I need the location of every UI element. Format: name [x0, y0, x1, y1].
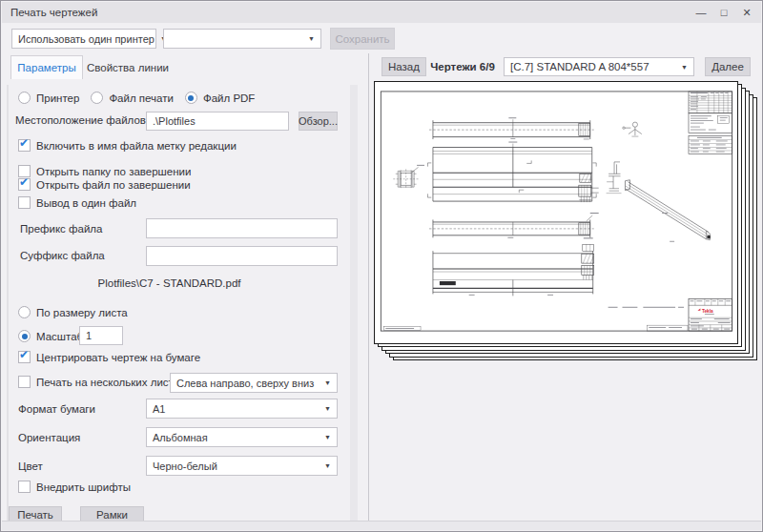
tekla-logo: Tekla	[697, 309, 713, 315]
window-title: Печать чертежей	[10, 7, 97, 18]
orientation-label: Ориентация	[18, 432, 80, 443]
end-plate-section	[393, 167, 419, 189]
chevron-down-icon: ▼	[308, 35, 315, 42]
checkbox-box	[18, 481, 31, 493]
bracket-section	[607, 162, 622, 194]
title-bar: Печать чертежей	[2, 2, 761, 23]
drawings-counter: Чертежи 6/9	[432, 57, 493, 76]
radio-pdf-file[interactable]: Файл PDF	[185, 92, 255, 104]
file-prefix-input[interactable]	[146, 218, 338, 238]
erection-mark-symbol	[623, 122, 642, 136]
status-strip	[2, 521, 761, 530]
beam-section-row	[429, 215, 594, 237]
tab-line-properties[interactable]: Свойства линии	[83, 55, 173, 79]
file-suffix-label: Суффикс файла	[20, 250, 105, 261]
bottom-left-strip	[383, 327, 421, 331]
checkbox-open-folder[interactable]: Открыть папку по завершении	[18, 165, 191, 177]
isometric-view	[625, 180, 710, 240]
check-icon: ✔	[19, 176, 29, 189]
checkbox-box	[18, 196, 31, 209]
svg-text:Tekla: Tekla	[702, 309, 713, 314]
check-icon: ✔	[19, 137, 29, 150]
table-text	[691, 92, 728, 153]
color-select[interactable]: Черно-белый ▼	[146, 456, 338, 476]
radio-circle	[91, 92, 103, 104]
checkbox-box: ✔	[18, 351, 31, 363]
preset-combobox[interactable]: ▼	[163, 29, 321, 49]
maximize-button[interactable]: □	[714, 7, 733, 18]
file-location-input[interactable]: .\Plotfiles	[146, 112, 289, 131]
dialog-window: Печать чертежей — □ ✕ Использовать один …	[0, 0, 763, 532]
next-button[interactable]: Далее	[705, 57, 751, 76]
orientation-select[interactable]: Альбомная ▼	[146, 427, 338, 447]
drawing-select-value: [C.7] STANDARD A 804*557	[510, 61, 650, 72]
radio-fit-to-paper[interactable]: По размеру листа	[18, 306, 128, 318]
drawing-preview: Tekla	[374, 81, 738, 344]
scale-input[interactable]: 1	[79, 326, 123, 345]
save-button[interactable]: Сохранить	[330, 28, 395, 50]
printer-mode-dropdown[interactable]: Использовать один принтер ▼	[11, 29, 156, 49]
back-button[interactable]: Назад	[382, 57, 426, 76]
left-gutter	[7, 85, 9, 521]
check-icon: ✔	[19, 349, 29, 361]
filename-preview: Plotfiles\C7 - STANDARD.pdf	[1, 277, 338, 289]
radio-circle	[18, 330, 31, 342]
beam-top-view	[429, 119, 594, 139]
browse-button[interactable]: Обзор...	[299, 112, 338, 131]
chevron-down-icon: ▼	[324, 434, 331, 440]
printer-mode-value: Использовать один принтер	[18, 33, 155, 45]
checkbox-center-drawing[interactable]: ✔ Центрировать чертеж на бумаге	[18, 351, 200, 363]
radio-dot	[188, 95, 194, 101]
checkbox-box: ✔	[18, 178, 31, 191]
radio-circle	[18, 92, 31, 104]
panel-splitter[interactable]	[368, 53, 369, 523]
bottom-strip	[647, 325, 688, 331]
file-prefix-label: Префикс файла	[20, 223, 102, 235]
radio-scale[interactable]: Масштаб	[18, 330, 83, 342]
checkbox-include-revision-mark[interactable]: ✔ Включить в имя файла метку редакции	[18, 139, 237, 152]
checkbox-box	[18, 376, 31, 388]
beam-bottom-view	[433, 244, 594, 296]
chevron-down-icon: ▼	[324, 462, 331, 469]
radio-printer[interactable]: Принтер	[18, 92, 79, 104]
radio-circle	[185, 92, 197, 104]
minimize-button[interactable]: —	[691, 7, 711, 18]
chevron-down-icon: ▼	[681, 64, 688, 71]
chevron-down-icon: ▼	[324, 405, 331, 412]
file-location-label: Местоположение файлов	[15, 114, 146, 126]
bottom-annotation	[608, 307, 684, 308]
beam-front-view	[427, 144, 598, 203]
chevron-down-icon: ▼	[324, 379, 331, 386]
checkbox-multiple-sheets[interactable]: Печать на нескольких листах	[18, 376, 185, 388]
sheet-order-select[interactable]: Слева направо, сверху вниз ▼	[170, 373, 338, 393]
radio-dot	[22, 334, 28, 339]
radio-print-file[interactable]: Файл печати	[91, 92, 174, 104]
close-button[interactable]: ✕	[737, 7, 756, 19]
drawing-select[interactable]: [C.7] STANDARD A 804*557 ▼	[504, 57, 694, 76]
tab-parameters[interactable]: Параметры	[10, 55, 83, 79]
checkbox-box: ✔	[18, 139, 31, 152]
drawing-preview-svg: Tekla	[375, 82, 737, 343]
file-suffix-input[interactable]	[146, 246, 338, 266]
radio-circle	[18, 306, 31, 318]
checkbox-open-file[interactable]: ✔ Открыть файл по завершении	[18, 178, 191, 191]
paper-size-label: Формат бумаги	[18, 403, 95, 415]
output-type-radios: Принтер Файл печати Файл PDF	[18, 92, 255, 104]
checkbox-single-file[interactable]: Вывод в один файл	[18, 196, 136, 209]
color-label: Цвет	[18, 460, 43, 472]
paper-size-select[interactable]: A1 ▼	[146, 399, 338, 419]
checkbox-embed-fonts[interactable]: Внедрить шрифты	[18, 481, 131, 493]
scrollbar[interactable]	[350, 85, 358, 521]
